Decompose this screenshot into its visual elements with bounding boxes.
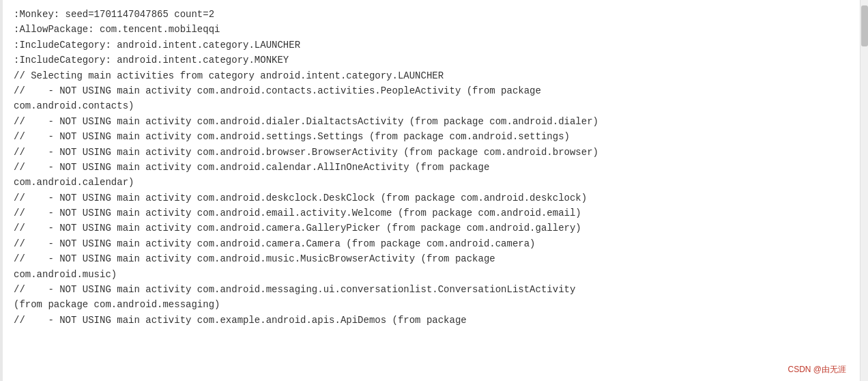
main-container: :Monkey: seed=1701147047865 count=2 :All…	[0, 0, 868, 381]
code-area: :Monkey: seed=1701147047865 count=2 :All…	[3, 0, 860, 381]
code-content: :Monkey: seed=1701147047865 count=2 :All…	[14, 7, 849, 328]
scrollbar-thumb[interactable]	[861, 5, 868, 46]
watermark: CSDN @由无涯	[787, 364, 846, 376]
scrollbar[interactable]	[860, 0, 868, 381]
